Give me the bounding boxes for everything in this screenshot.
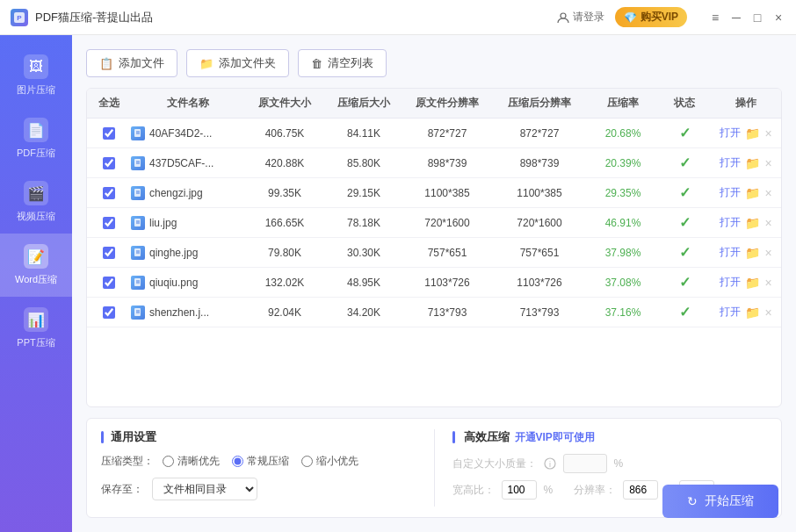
high-efficiency-title-row: 高效压缩 开通VIP即可使用	[452, 429, 768, 445]
svg-text:i: i	[549, 460, 551, 469]
cell-comp-size-1: 85.80K	[324, 157, 403, 169]
row-checkbox-4[interactable]	[103, 247, 115, 259]
vip-button[interactable]: 💎 购买VIP	[615, 7, 687, 27]
open-button-6[interactable]: 打开	[720, 305, 741, 320]
delete-button-0[interactable]: ×	[764, 126, 771, 140]
cell-status-2: ✓	[658, 184, 711, 201]
cell-rate-4: 37.98%	[588, 247, 658, 259]
cell-checkbox-2	[87, 187, 131, 199]
radio-clear[interactable]: 清晰优先	[163, 454, 220, 469]
cell-comp-size-4: 30.30K	[324, 247, 403, 259]
status-check-4: ✓	[679, 244, 691, 261]
cell-orig-size-3: 166.65K	[245, 217, 324, 229]
file-icon-4	[131, 246, 145, 260]
add-file-icon: 📋	[99, 57, 113, 70]
save-to-select[interactable]: 文件相同目录	[152, 478, 257, 500]
folder-button-5[interactable]: 📁	[745, 276, 760, 290]
quality-row: 自定义大小质量： i %	[452, 454, 768, 473]
compression-type-row: 压缩类型： 清晰优先 常规压缩	[101, 454, 416, 469]
row-checkbox-3[interactable]	[103, 217, 115, 229]
cell-orig-size-1: 420.88K	[245, 157, 324, 169]
cell-comp-res-0: 872*727	[491, 127, 588, 140]
row-checkbox-1[interactable]	[103, 157, 115, 169]
delete-button-2[interactable]: ×	[764, 186, 771, 200]
general-settings: 通用设置 压缩类型： 清晰优先 常规压缩	[101, 429, 416, 507]
cell-checkbox-0	[87, 127, 131, 140]
menu-button[interactable]: ≡	[708, 11, 722, 25]
cell-comp-size-2: 29.15K	[324, 187, 403, 199]
folder-button-3[interactable]: 📁	[745, 216, 760, 230]
cell-rate-6: 37.16%	[588, 306, 658, 319]
header-select: 全选	[87, 96, 131, 111]
radio-small[interactable]: 缩小优先	[301, 454, 358, 469]
row-checkbox-0[interactable]	[103, 127, 115, 140]
row-checkbox-6[interactable]	[103, 306, 115, 319]
close-button[interactable]: ×	[771, 11, 785, 25]
clear-list-button[interactable]: 🗑 清空列表	[298, 49, 387, 77]
title-bar: P PDF猫压缩-菩提山出品 请登录 💎 购买VIP ≡ ─ □ ×	[0, 0, 796, 35]
ratio-unit: %	[544, 484, 554, 496]
cell-comp-res-2: 1100*385	[491, 187, 588, 199]
open-button-1[interactable]: 打开	[720, 155, 741, 170]
main-layout: 🖼 图片压缩 📄 PDF压缩 🎬 视频压缩 📝 Word压缩 📊 PPT压缩 📋	[0, 35, 796, 532]
folder-button-6[interactable]: 📁	[745, 306, 760, 320]
open-button-3[interactable]: 打开	[720, 215, 741, 230]
delete-button-3[interactable]: ×	[764, 216, 771, 230]
open-button-2[interactable]: 打开	[720, 185, 741, 200]
add-file-button[interactable]: 📋 添加文件	[86, 49, 177, 77]
folder-button-4[interactable]: 📁	[745, 246, 760, 260]
sidebar-item-ppt[interactable]: 📊 PPT压缩	[0, 297, 72, 360]
sidebar-item-video[interactable]: 🎬 视频压缩	[0, 170, 72, 234]
add-folder-label: 添加文件夹	[219, 55, 276, 71]
quality-input[interactable]	[563, 454, 607, 473]
add-folder-button[interactable]: 📁 添加文件夹	[186, 49, 289, 77]
cell-status-6: ✓	[658, 304, 711, 320]
folder-button-2[interactable]: 📁	[745, 186, 760, 200]
file-table: 全选 文件名称 原文件大小 压缩后大小 原文件分辨率 压缩后分辨率 压缩率 状态…	[86, 88, 782, 407]
delete-button-1[interactable]: ×	[764, 156, 771, 170]
row-checkbox-5[interactable]	[103, 277, 115, 289]
file-icon-3	[131, 216, 145, 230]
open-button-4[interactable]: 打开	[720, 245, 741, 260]
radio-clear-input[interactable]	[163, 456, 174, 467]
vip-link[interactable]: 开通VIP即可使用	[515, 430, 595, 445]
resolution-w-input[interactable]	[623, 480, 658, 500]
row-checkbox-2[interactable]	[103, 187, 115, 199]
ratio-label: 宽高比：	[452, 483, 495, 498]
folder-button-0[interactable]: 📁	[745, 126, 760, 140]
sidebar-item-image[interactable]: 🖼 图片压缩	[0, 44, 72, 107]
filename-text-3: liu.jpg	[149, 217, 177, 229]
header-filename: 文件名称	[131, 96, 245, 111]
start-compress-button[interactable]: ↻ 开始压缩	[662, 485, 778, 518]
delete-button-5[interactable]: ×	[764, 276, 771, 290]
delete-button-4[interactable]: ×	[764, 246, 771, 260]
title-bar-actions: 请登录 💎 购买VIP ≡ ─ □ ×	[557, 7, 785, 27]
login-button[interactable]: 请登录	[557, 10, 604, 25]
status-check-5: ✓	[679, 274, 691, 291]
sidebar-item-pdf[interactable]: 📄 PDF压缩	[0, 107, 72, 170]
sidebar-item-word[interactable]: 📝 Word压缩	[0, 234, 72, 297]
open-button-5[interactable]: 打开	[720, 275, 741, 290]
ratio-input[interactable]	[502, 480, 537, 500]
header-rate: 压缩率	[588, 96, 658, 111]
table-row: shenzhen.j... 92.04K 34.20K 713*793 713*…	[87, 298, 781, 327]
cell-filename-4: qinghe.jpg	[131, 246, 245, 260]
header-original-size: 原文件大小	[245, 96, 324, 111]
maximize-button[interactable]: □	[750, 11, 764, 25]
radio-small-input[interactable]	[301, 456, 313, 467]
sidebar-label-pdf: PDF压缩	[17, 147, 55, 160]
cell-orig-res-3: 720*1600	[403, 217, 491, 229]
header-compressed-res: 压缩后分辨率	[491, 96, 588, 111]
cell-status-3: ✓	[658, 214, 711, 231]
radio-normal[interactable]: 常规压缩	[232, 454, 289, 469]
cell-rate-2: 29.35%	[588, 187, 658, 199]
open-button-0[interactable]: 打开	[720, 126, 741, 140]
minimize-button[interactable]: ─	[729, 11, 743, 25]
radio-clear-label: 清晰优先	[177, 454, 220, 469]
cell-orig-res-1: 898*739	[403, 157, 491, 169]
folder-button-1[interactable]: 📁	[745, 156, 760, 170]
file-icon-6	[131, 306, 145, 320]
delete-button-6[interactable]: ×	[764, 306, 771, 320]
cell-orig-size-5: 132.02K	[245, 277, 324, 289]
radio-normal-input[interactable]	[232, 456, 243, 467]
